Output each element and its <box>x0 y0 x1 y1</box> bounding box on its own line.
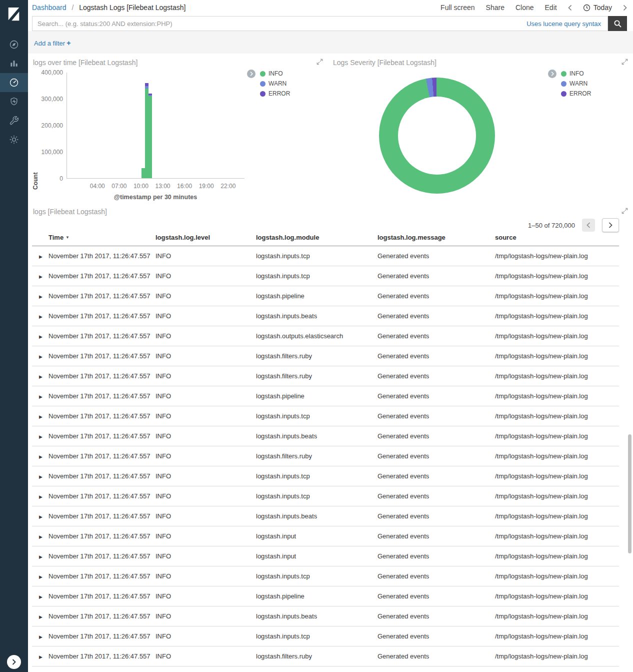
sidebar-item-visualize[interactable] <box>0 54 28 73</box>
share-button[interactable]: Share <box>486 4 504 12</box>
bar-segment-info[interactable] <box>145 89 148 178</box>
x-axis-tick: 22:00 <box>220 183 236 190</box>
expand-row-caret[interactable]: ▶ <box>39 574 42 579</box>
bar-segment-info[interactable] <box>142 168 145 178</box>
expand-row-caret[interactable]: ▶ <box>39 614 42 619</box>
global-nav-sidebar <box>0 0 28 672</box>
expand-panel-icon[interactable] <box>316 59 323 65</box>
expand-row-caret[interactable]: ▶ <box>39 434 42 439</box>
cell-time: November 17th 2017, 11:26:47.557 <box>48 386 156 406</box>
legend-item-error[interactable]: ERROR <box>561 90 591 97</box>
cell-source: /tmp/logstash-logs/new-plain.log <box>495 526 619 546</box>
expand-row-caret[interactable]: ▶ <box>39 554 42 559</box>
search-input[interactable] <box>32 16 608 31</box>
time-forward-button[interactable] <box>623 5 627 11</box>
expand-row-caret[interactable]: ▶ <box>39 594 42 599</box>
cell-level: INFO <box>156 366 256 386</box>
main-content: Dashboard / Logstash Logs [Filebeat Logs… <box>28 0 633 672</box>
expand-row-caret[interactable]: ▶ <box>39 254 42 259</box>
next-page-button[interactable] <box>602 218 619 232</box>
scrollbar-thumb[interactable] <box>628 434 632 553</box>
expand-panel-icon[interactable] <box>622 208 628 214</box>
expand-panel-icon[interactable] <box>622 59 628 65</box>
sidebar-item-devtools[interactable] <box>0 111 28 130</box>
legend-item-warn[interactable]: WARN <box>260 80 290 87</box>
x-axis-title: @timestamp per 30 minutes <box>66 194 244 201</box>
expand-row-caret[interactable]: ▶ <box>39 634 42 639</box>
log-table-body: ▶November 17th 2017, 11:26:47.557INFOlog… <box>32 246 619 672</box>
expand-cell: ▶ <box>32 426 48 446</box>
add-filter-link[interactable]: Add a filter+ <box>34 40 70 47</box>
legend-toggle-button[interactable] <box>548 70 556 78</box>
log-table-row: ▶November 17th 2017, 11:26:47.557INFOlog… <box>32 346 619 366</box>
expand-row-caret[interactable]: ▶ <box>39 654 42 659</box>
cell-module: logstash.outputs.elasticsearch <box>256 326 378 346</box>
cell-time: November 17th 2017, 11:26:47.557 <box>48 366 156 386</box>
expand-row-caret[interactable]: ▶ <box>39 514 42 519</box>
legend-item-info[interactable]: INFO <box>260 70 290 77</box>
breadcrumb-dashboard-link[interactable]: Dashboard <box>32 4 66 12</box>
expand-row-caret[interactable]: ▶ <box>39 454 42 459</box>
cell-module: logstash.pipeline <box>256 286 378 306</box>
expand-row-caret[interactable]: ▶ <box>39 274 42 279</box>
expand-row-caret[interactable]: ▶ <box>39 494 42 499</box>
expand-cell: ▶ <box>32 506 48 526</box>
logs-panel-header: logs [Filebeat Logstash] <box>28 203 633 216</box>
kibana-logo[interactable] <box>0 0 28 28</box>
column-header-level[interactable]: logstash.log.level <box>156 234 256 246</box>
cell-time: November 17th 2017, 11:26:47.557 <box>48 486 156 506</box>
cell-time: November 17th 2017, 11:26:47.557 <box>48 526 156 546</box>
column-header-message[interactable]: logstash.log.message <box>378 234 495 246</box>
donut-panel-header: Logs Severity [Filebeat Logstash] <box>328 54 633 67</box>
cell-module: logstash.inputs.tcp <box>256 246 378 266</box>
histogram-plot <box>66 73 244 179</box>
legend-item-warn[interactable]: WARN <box>561 80 591 87</box>
legend-dot <box>561 71 566 77</box>
expand-row-caret[interactable]: ▶ <box>39 374 42 379</box>
time-picker-button[interactable]: Today <box>583 4 612 12</box>
column-header-source[interactable]: source <box>495 234 619 246</box>
expand-row-caret[interactable]: ▶ <box>39 414 42 419</box>
sidebar-item-management[interactable] <box>0 130 28 149</box>
sidebar-item-dashboard[interactable] <box>0 73 28 92</box>
expand-row-caret[interactable]: ▶ <box>39 334 42 339</box>
expand-row-caret[interactable]: ▶ <box>39 474 42 479</box>
sidebar-item-monitoring[interactable] <box>0 92 28 111</box>
legend-toggle-button[interactable] <box>247 70 256 78</box>
expand-row-caret[interactable]: ▶ <box>39 534 42 539</box>
full-screen-button[interactable]: Full screen <box>440 4 474 12</box>
histogram-panel-title: logs over time [Filebeat Logstash] <box>33 59 138 67</box>
cell-source: /tmp/logstash-logs/new-plain.log <box>495 646 619 666</box>
legend-dot <box>561 91 566 97</box>
histogram-legend: INFOWARNERROR <box>247 70 290 97</box>
expand-row-caret[interactable]: ▶ <box>39 314 42 319</box>
prev-page-button[interactable] <box>582 219 595 232</box>
search-input-wrap: Uses lucene query syntax <box>32 16 608 31</box>
histogram-panel: logs over time [Filebeat Logstash] Count… <box>28 54 328 203</box>
clone-button[interactable]: Clone <box>516 4 534 12</box>
donut-chart[interactable] <box>379 78 495 194</box>
lucene-syntax-link[interactable]: Uses lucene query syntax <box>526 20 601 28</box>
cell-source: /tmp/logstash-logs/new-plain.log <box>495 446 619 466</box>
logs-table-panel: logs [Filebeat Logstash] 1–50 of 720,000 <box>28 203 633 672</box>
bar-segment-info[interactable] <box>148 96 152 178</box>
legend-dot <box>260 81 266 87</box>
collapse-nav-button[interactable] <box>7 655 21 669</box>
legend-item-info[interactable]: INFO <box>561 70 591 77</box>
legend-item-error[interactable]: ERROR <box>260 90 290 97</box>
column-header-module[interactable]: logstash.log.module <box>256 234 378 246</box>
time-back-button[interactable] <box>568 5 572 11</box>
cell-module: logstash.inputs.beats <box>256 606 378 626</box>
expand-row-caret[interactable]: ▶ <box>39 394 42 399</box>
sidebar-item-discover[interactable] <box>0 35 28 54</box>
expand-row-caret[interactable]: ▶ <box>39 354 42 359</box>
expand-cell: ▶ <box>32 366 48 386</box>
cell-level: INFO <box>156 586 256 606</box>
column-header-time[interactable]: Time▼ <box>48 234 156 246</box>
y-axis-tick: 300,000 <box>42 96 63 103</box>
cell-source: /tmp/logstash-logs/new-plain.log <box>495 326 619 346</box>
cell-message: Generated events <box>378 526 495 546</box>
expand-row-caret[interactable]: ▶ <box>39 294 42 299</box>
search-button[interactable] <box>608 16 627 31</box>
edit-button[interactable]: Edit <box>545 4 557 12</box>
